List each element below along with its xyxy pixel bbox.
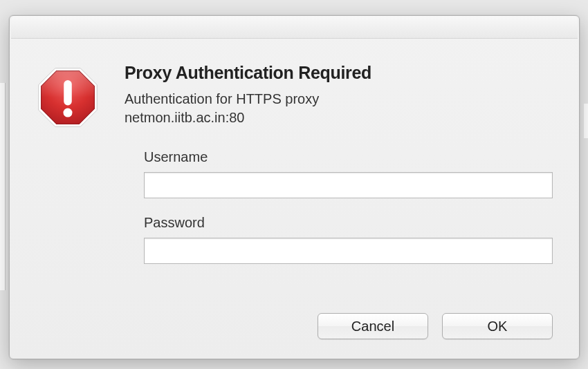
svg-rect-3: [64, 80, 72, 105]
password-field-group: Password: [144, 215, 553, 264]
password-label: Password: [144, 215, 553, 231]
button-row: Cancel OK: [30, 313, 558, 342]
dialog-content: Proxy Authentication Required Authentica…: [10, 44, 579, 359]
svg-point-4: [63, 108, 72, 117]
ok-button[interactable]: OK: [442, 313, 553, 339]
username-label: Username: [144, 149, 553, 165]
form-fields: Username Password: [144, 149, 553, 281]
dialog-header-row: Proxy Authentication Required Authentica…: [30, 63, 558, 149]
dialog-title: Proxy Authentication Required: [125, 63, 558, 83]
cancel-button[interactable]: Cancel: [318, 313, 428, 339]
dialog-subtitle: Authentication for HTTPS proxy netmon.ii…: [125, 90, 558, 127]
icon-column: [30, 63, 105, 149]
alert-icon: [35, 64, 101, 131]
text-column: Proxy Authentication Required Authentica…: [125, 63, 558, 149]
password-input[interactable]: [144, 238, 553, 264]
background-strip-right: [584, 104, 588, 138]
proxy-auth-dialog: Proxy Authentication Required Authentica…: [9, 15, 580, 359]
username-field-group: Username: [144, 149, 553, 198]
username-input[interactable]: [144, 172, 553, 198]
background-strip-left: [0, 83, 6, 290]
subtitle-line-2: netmon.iitb.ac.in:80: [125, 110, 244, 125]
subtitle-line-1: Authentication for HTTPS proxy: [125, 91, 319, 106]
